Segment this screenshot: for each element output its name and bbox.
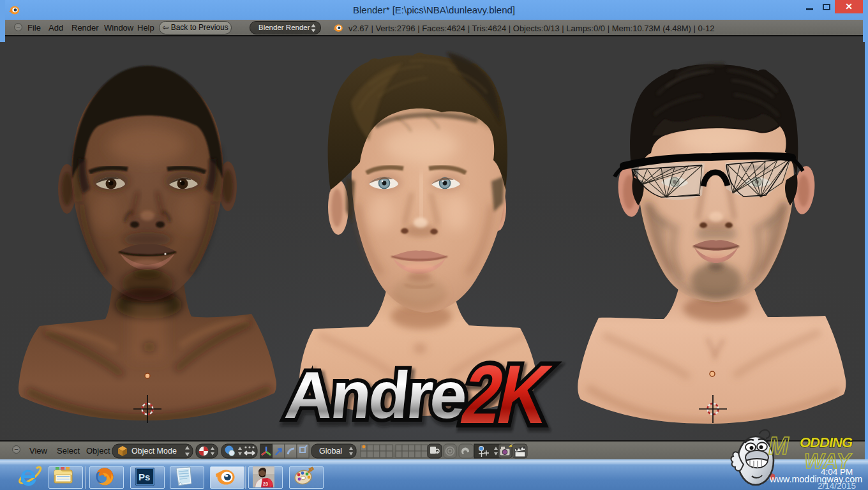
svg-text:Ps: Ps bbox=[138, 471, 150, 482]
svg-text:Andre: Andre bbox=[282, 358, 470, 432]
svg-text:Object Mode: Object Mode bbox=[131, 447, 177, 456]
svg-text:2/14/2015: 2/14/2015 bbox=[818, 481, 856, 490]
svg-text:Global: Global bbox=[319, 447, 342, 456]
svg-text:23: 23 bbox=[263, 482, 268, 486]
svg-text:ODDING: ODDING bbox=[800, 434, 853, 450]
svg-text:M: M bbox=[768, 433, 789, 459]
